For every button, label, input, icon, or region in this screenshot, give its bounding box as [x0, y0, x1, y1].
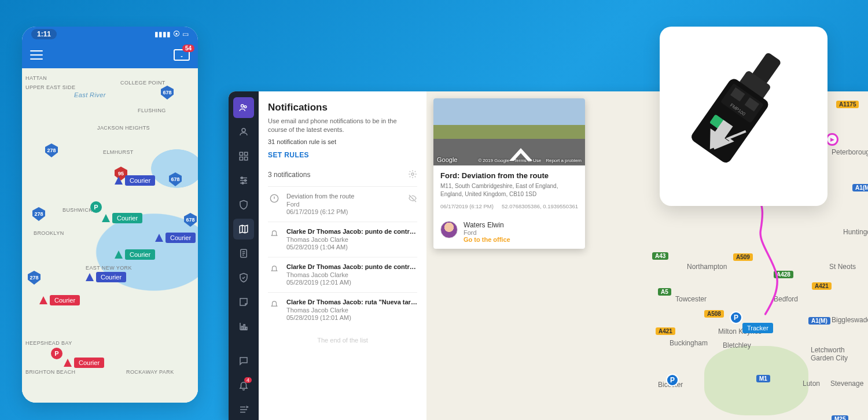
map-label: FLUSHING: [138, 108, 166, 113]
gear-icon[interactable]: [408, 170, 417, 180]
sidebar-item-apps[interactable]: [233, 146, 254, 167]
notif-time: 05/28/2019 (12:01 AM): [286, 279, 417, 286]
notif-title: Clarke Dr Thomas Jacob: ruta "Nueva tare…: [286, 299, 417, 305]
sidebar-item-chat[interactable]: [233, 351, 254, 371]
map-label: UPPER EAST SIDE: [25, 84, 75, 90]
sidebar-item-team[interactable]: [233, 97, 254, 118]
status-time: 1:11: [31, 29, 57, 39]
parking-marker[interactable]: P: [51, 348, 62, 359]
svg-rect-11: [241, 326, 242, 330]
wifi-icon: ⦿: [173, 30, 180, 38]
courier-marker[interactable]: Courier: [115, 249, 155, 260]
sidebar-item-chart[interactable]: [233, 316, 254, 337]
map-town: St Neots: [829, 263, 856, 271]
map-town: Luton: [803, 380, 820, 388]
sidebar-item-collapse[interactable]: [233, 399, 254, 420]
sidebar-bell-badge: 4: [244, 377, 252, 383]
map-label: BROOKLYN: [34, 230, 64, 236]
sidebar-item-task[interactable]: [233, 267, 254, 288]
map-town: Buckingham: [670, 339, 708, 347]
alert-icon: [268, 193, 281, 216]
driver-action[interactable]: Go to the office: [464, 236, 510, 243]
road-label: A1(M): [808, 317, 830, 325]
road-label: A421: [656, 327, 675, 335]
menu-icon[interactable]: [30, 50, 43, 60]
notifications-panel: Notifications Use email and phone notifi…: [259, 91, 426, 420]
bell-icon: [268, 263, 281, 286]
parking-pin[interactable]: P: [666, 374, 679, 386]
svg-rect-3: [240, 152, 242, 155]
notif-time: 06/17/2019 (6:12 PM): [286, 208, 402, 215]
courier-marker[interactable]: Courier: [64, 358, 104, 368]
card-coords: 52.0768305386, 0.1939550361: [502, 203, 578, 209]
road-label: A509: [733, 253, 753, 261]
driver-row[interactable]: Waters Elwin Ford Go to the office: [433, 215, 585, 249]
parking-pin[interactable]: P: [730, 311, 742, 324]
notification-item[interactable]: Clarke Dr Thomas Jacob: ruta "Nueva tare…: [268, 292, 417, 327]
panel-subtitle: Use email and phone notifications to be …: [268, 117, 417, 135]
battery-icon: ▭: [182, 30, 189, 38]
product-card: FMP100: [660, 27, 827, 206]
courier-marker[interactable]: Courier: [155, 233, 196, 243]
sidebar: 4: [229, 91, 259, 420]
bell-icon: [268, 299, 281, 322]
notification-item[interactable]: Clarke Dr Thomas Jacob: punto de control…: [268, 222, 417, 257]
road-label: M25: [832, 415, 848, 420]
sidebar-item-shield[interactable]: [233, 194, 254, 215]
driver-name: Waters Elwin: [464, 221, 510, 229]
map-town: Towcester: [675, 295, 707, 303]
notif-line: Thomas Jacob Clarke: [286, 307, 417, 314]
list-count: 3 notifications: [268, 171, 310, 179]
map-label: East River: [74, 91, 106, 98]
driver-vehicle: Ford: [464, 229, 510, 236]
map-label: JACKSON HEIGHTS: [97, 125, 150, 131]
sidebar-item-doc[interactable]: [233, 243, 254, 264]
notification-item[interactable]: Clarke Dr Thomas Jacob: punto de control…: [268, 257, 417, 292]
hide-icon[interactable]: [408, 193, 417, 216]
status-signals: ▮▮▮▮ ⦿ ▭: [155, 30, 189, 38]
svg-point-2: [242, 128, 245, 132]
bell-icon: [268, 228, 281, 251]
sidebar-item-tuning[interactable]: [233, 170, 254, 191]
road-label: A421: [812, 282, 832, 290]
rule-count: 31 notification rule is set: [268, 138, 417, 145]
card-address: M11, South Cambridgeshire, East of Engla…: [440, 182, 578, 198]
sidebar-item-profile[interactable]: [233, 121, 254, 142]
notif-time: 05/28/2019 (1:04 AM): [286, 244, 417, 250]
list-header: 3 notifications: [268, 170, 417, 180]
notif-title: Clarke Dr Thomas Jacob: punto de control…: [286, 228, 417, 235]
route-start-marker[interactable]: [826, 133, 838, 146]
road-label: A508: [704, 310, 724, 318]
set-rules-link[interactable]: SET RULES: [268, 151, 417, 159]
inbox-button[interactable]: 54: [174, 49, 190, 61]
notification-item[interactable]: Deviation from the route Ford 06/17/2019…: [268, 186, 417, 222]
courier-marker[interactable]: Courier: [115, 175, 155, 186]
parking-marker[interactable]: P: [90, 201, 102, 213]
list-end: The end of the list: [268, 327, 417, 353]
sidebar-item-note[interactable]: [233, 292, 254, 312]
phone-map[interactable]: HATTAN UPPER EAST SIDE COLLEGE POINT FLU…: [22, 68, 198, 403]
map-label: BUSHWICK: [62, 207, 93, 213]
courier-marker[interactable]: Courier: [102, 213, 142, 223]
road-label: A1175: [836, 101, 859, 108]
svg-rect-4: [245, 152, 248, 155]
obd-tracker-image: FMP100: [680, 44, 807, 189]
streetview-image[interactable]: Google © 2019 Google Terms of Use Report…: [433, 98, 585, 165]
google-logo: Google: [437, 156, 457, 163]
road-label: A1(M): [852, 184, 868, 191]
courier-marker[interactable]: Courier: [86, 272, 126, 282]
phone-status-bar: 1:11 ▮▮▮▮ ⦿ ▭: [22, 27, 198, 42]
svg-rect-13: [246, 327, 247, 330]
sidebar-item-bell[interactable]: 4: [233, 375, 254, 396]
notif-title: Deviation from the route: [286, 193, 402, 200]
courier-marker[interactable]: Courier: [39, 295, 80, 305]
card-time: 06/17/2019 (6:12 PM): [440, 203, 494, 209]
sidebar-item-map[interactable]: [233, 219, 254, 240]
map-town: Peterborough: [832, 148, 868, 156]
tracker-label[interactable]: Tracker: [742, 323, 773, 333]
map-town: Bedford: [774, 295, 798, 303]
map-town: Northampton: [687, 263, 727, 271]
map-label: BRIGHTON BEACH: [25, 369, 75, 375]
map-label: ROCKAWAY PARK: [126, 369, 174, 375]
map-label: COLLEGE POINT: [120, 80, 165, 86]
